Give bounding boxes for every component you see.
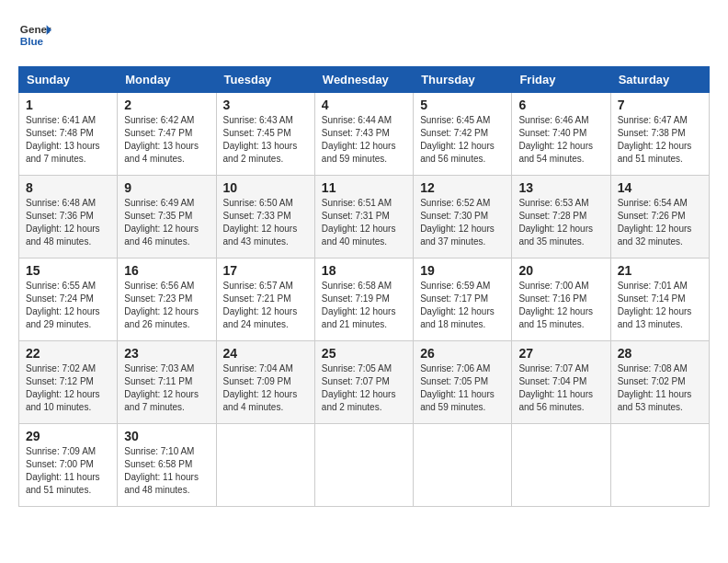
- day-cell: 19Sunrise: 6:59 AM Sunset: 7:17 PM Dayli…: [414, 259, 512, 341]
- day-number: 30: [124, 429, 209, 443]
- day-cell: 11Sunrise: 6:51 AM Sunset: 7:31 PM Dayli…: [314, 176, 413, 259]
- day-info: Sunrise: 6:49 AM Sunset: 7:35 PM Dayligh…: [124, 197, 209, 248]
- day-info: Sunrise: 7:07 AM Sunset: 7:04 PM Dayligh…: [518, 362, 603, 414]
- day-cell: 9Sunrise: 6:49 AM Sunset: 7:35 PM Daylig…: [118, 176, 216, 259]
- day-number: 24: [223, 346, 308, 361]
- page-header: General Blue: [18, 18, 710, 52]
- day-info: Sunrise: 6:52 AM Sunset: 7:30 PM Dayligh…: [420, 197, 505, 248]
- day-info: Sunrise: 6:51 AM Sunset: 7:31 PM Dayligh…: [322, 197, 406, 248]
- day-cell: 20Sunrise: 7:00 AM Sunset: 7:16 PM Dayli…: [512, 259, 610, 341]
- day-number: 1: [26, 98, 110, 112]
- day-number: 6: [518, 98, 603, 112]
- day-cell: 14Sunrise: 6:54 AM Sunset: 7:26 PM Dayli…: [610, 176, 709, 259]
- day-cell: [216, 424, 314, 507]
- day-cell: 17Sunrise: 6:57 AM Sunset: 7:21 PM Dayli…: [216, 259, 314, 341]
- week-row-2: 8Sunrise: 6:48 AM Sunset: 7:36 PM Daylig…: [19, 176, 710, 259]
- day-number: 10: [223, 180, 308, 195]
- day-number: 27: [518, 346, 603, 361]
- day-cell: 22Sunrise: 7:02 AM Sunset: 7:12 PM Dayli…: [19, 341, 118, 424]
- day-number: 12: [420, 180, 505, 195]
- svg-text:Blue: Blue: [20, 35, 44, 47]
- day-cell: [414, 424, 512, 507]
- day-cell: 30Sunrise: 7:10 AM Sunset: 6:58 PM Dayli…: [118, 424, 216, 507]
- col-header-friday: Friday: [512, 67, 610, 93]
- day-number: 3: [223, 98, 308, 112]
- day-number: 20: [518, 263, 603, 278]
- day-cell: 5Sunrise: 6:45 AM Sunset: 7:42 PM Daylig…: [414, 93, 512, 176]
- day-cell: 4Sunrise: 6:44 AM Sunset: 7:43 PM Daylig…: [314, 93, 413, 176]
- day-cell: 13Sunrise: 6:53 AM Sunset: 7:28 PM Dayli…: [512, 176, 610, 259]
- day-cell: 12Sunrise: 6:52 AM Sunset: 7:30 PM Dayli…: [414, 176, 512, 259]
- day-info: Sunrise: 7:10 AM Sunset: 6:58 PM Dayligh…: [124, 445, 209, 497]
- day-cell: 18Sunrise: 6:58 AM Sunset: 7:19 PM Dayli…: [314, 259, 413, 341]
- day-info: Sunrise: 6:59 AM Sunset: 7:17 PM Dayligh…: [420, 280, 505, 331]
- day-info: Sunrise: 7:01 AM Sunset: 7:14 PM Dayligh…: [618, 280, 702, 331]
- day-number: 15: [26, 263, 110, 278]
- day-info: Sunrise: 6:47 AM Sunset: 7:38 PM Dayligh…: [618, 114, 702, 166]
- day-cell: 25Sunrise: 7:05 AM Sunset: 7:07 PM Dayli…: [314, 341, 413, 424]
- day-cell: 1Sunrise: 6:41 AM Sunset: 7:48 PM Daylig…: [19, 93, 118, 176]
- logo-icon: General Blue: [18, 18, 51, 52]
- col-header-monday: Monday: [118, 67, 216, 93]
- col-header-saturday: Saturday: [610, 67, 709, 93]
- day-number: 14: [618, 180, 702, 195]
- day-number: 28: [618, 346, 702, 361]
- day-number: 21: [618, 263, 702, 278]
- day-info: Sunrise: 6:58 AM Sunset: 7:19 PM Dayligh…: [322, 280, 406, 331]
- col-header-thursday: Thursday: [414, 67, 512, 93]
- day-number: 11: [322, 180, 406, 195]
- calendar-body: 1Sunrise: 6:41 AM Sunset: 7:48 PM Daylig…: [19, 93, 710, 507]
- day-number: 4: [322, 98, 406, 112]
- day-info: Sunrise: 7:04 AM Sunset: 7:09 PM Dayligh…: [223, 362, 308, 414]
- week-row-4: 22Sunrise: 7:02 AM Sunset: 7:12 PM Dayli…: [19, 341, 710, 424]
- day-info: Sunrise: 6:54 AM Sunset: 7:26 PM Dayligh…: [618, 197, 702, 248]
- calendar-header-row: SundayMondayTuesdayWednesdayThursdayFrid…: [19, 67, 710, 93]
- day-cell: 6Sunrise: 6:46 AM Sunset: 7:40 PM Daylig…: [512, 93, 610, 176]
- day-number: 19: [420, 263, 505, 278]
- day-number: 23: [124, 346, 209, 361]
- day-info: Sunrise: 7:09 AM Sunset: 7:00 PM Dayligh…: [26, 445, 110, 497]
- day-number: 13: [518, 180, 603, 195]
- week-row-1: 1Sunrise: 6:41 AM Sunset: 7:48 PM Daylig…: [19, 93, 710, 176]
- day-number: 9: [124, 180, 209, 195]
- day-info: Sunrise: 6:50 AM Sunset: 7:33 PM Dayligh…: [223, 197, 308, 248]
- day-info: Sunrise: 7:05 AM Sunset: 7:07 PM Dayligh…: [322, 362, 406, 414]
- day-number: 7: [618, 98, 702, 112]
- day-info: Sunrise: 7:03 AM Sunset: 7:11 PM Dayligh…: [124, 362, 209, 414]
- day-cell: 8Sunrise: 6:48 AM Sunset: 7:36 PM Daylig…: [19, 176, 118, 259]
- day-info: Sunrise: 6:46 AM Sunset: 7:40 PM Dayligh…: [518, 114, 603, 166]
- day-info: Sunrise: 7:00 AM Sunset: 7:16 PM Dayligh…: [518, 280, 603, 331]
- col-header-wednesday: Wednesday: [314, 67, 413, 93]
- day-number: 2: [124, 98, 209, 112]
- week-row-3: 15Sunrise: 6:55 AM Sunset: 7:24 PM Dayli…: [19, 259, 710, 341]
- day-number: 17: [223, 263, 308, 278]
- day-number: 22: [26, 346, 110, 361]
- day-info: Sunrise: 6:45 AM Sunset: 7:42 PM Dayligh…: [420, 114, 505, 166]
- day-info: Sunrise: 6:57 AM Sunset: 7:21 PM Dayligh…: [223, 280, 308, 331]
- day-number: 5: [420, 98, 505, 112]
- day-number: 8: [26, 180, 110, 195]
- day-cell: 23Sunrise: 7:03 AM Sunset: 7:11 PM Dayli…: [118, 341, 216, 424]
- day-info: Sunrise: 6:41 AM Sunset: 7:48 PM Dayligh…: [26, 114, 110, 166]
- day-cell: [610, 424, 709, 507]
- day-info: Sunrise: 6:55 AM Sunset: 7:24 PM Dayligh…: [26, 280, 110, 331]
- col-header-tuesday: Tuesday: [216, 67, 314, 93]
- day-info: Sunrise: 6:44 AM Sunset: 7:43 PM Dayligh…: [322, 114, 406, 166]
- day-cell: 26Sunrise: 7:06 AM Sunset: 7:05 PM Dayli…: [414, 341, 512, 424]
- day-info: Sunrise: 6:56 AM Sunset: 7:23 PM Dayligh…: [124, 280, 209, 331]
- day-cell: 21Sunrise: 7:01 AM Sunset: 7:14 PM Dayli…: [610, 259, 709, 341]
- day-cell: [512, 424, 610, 507]
- calendar-table: SundayMondayTuesdayWednesdayThursdayFrid…: [18, 66, 710, 507]
- day-cell: 10Sunrise: 6:50 AM Sunset: 7:33 PM Dayli…: [216, 176, 314, 259]
- day-cell: 24Sunrise: 7:04 AM Sunset: 7:09 PM Dayli…: [216, 341, 314, 424]
- day-cell: 29Sunrise: 7:09 AM Sunset: 7:00 PM Dayli…: [19, 424, 118, 507]
- day-info: Sunrise: 6:48 AM Sunset: 7:36 PM Dayligh…: [26, 197, 110, 248]
- day-info: Sunrise: 6:43 AM Sunset: 7:45 PM Dayligh…: [223, 114, 308, 166]
- day-info: Sunrise: 7:02 AM Sunset: 7:12 PM Dayligh…: [26, 362, 110, 414]
- day-number: 16: [124, 263, 209, 278]
- day-cell: [314, 424, 413, 507]
- day-cell: 16Sunrise: 6:56 AM Sunset: 7:23 PM Dayli…: [118, 259, 216, 341]
- day-cell: 15Sunrise: 6:55 AM Sunset: 7:24 PM Dayli…: [19, 259, 118, 341]
- day-cell: 3Sunrise: 6:43 AM Sunset: 7:45 PM Daylig…: [216, 93, 314, 176]
- day-info: Sunrise: 6:53 AM Sunset: 7:28 PM Dayligh…: [518, 197, 603, 248]
